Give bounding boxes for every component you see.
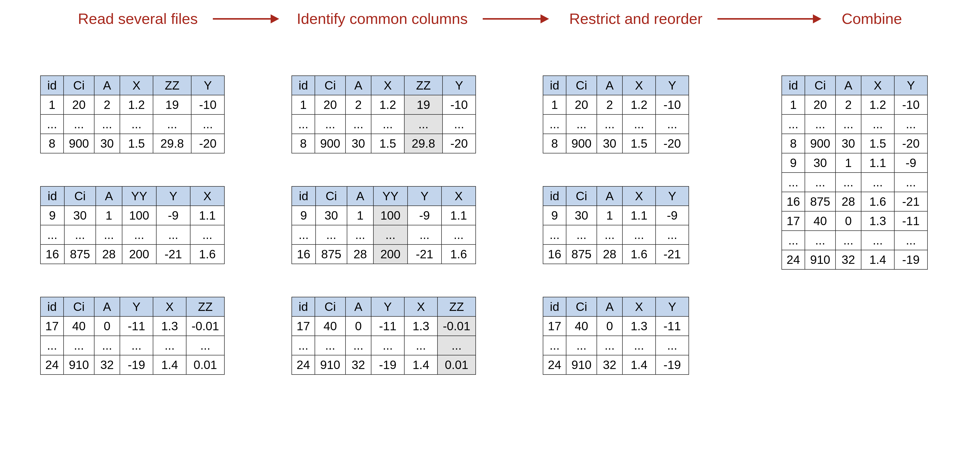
- step-restrict-title: Restrict and reorder: [569, 10, 702, 27]
- table-header-row: id Ci A YY Y X: [40, 187, 224, 206]
- column-restrict: id Ci A X Y 12021.2-10 ............... 8…: [543, 75, 689, 375]
- table-row: 9301100-91.1: [40, 206, 224, 225]
- table-row: ...............: [782, 172, 928, 192]
- table-row: ...............: [782, 231, 928, 250]
- table-row: 12021.2-10: [782, 95, 928, 115]
- table-row: 17400-111.3-0.01: [40, 316, 224, 336]
- read-table-1: id Ci A X ZZ Y 12021.219-10 ............…: [40, 75, 224, 153]
- identify-table-1: id Ci A X ZZ Y 12021.219-10 ............…: [291, 75, 476, 153]
- table-row: 8900301.529.8-20: [292, 134, 476, 153]
- steps-row: Read several files Identify common colum…: [0, 10, 980, 27]
- table-row: 2491032-191.40.01: [292, 355, 476, 375]
- table-header-row: id Ci A YY Y X: [292, 187, 476, 206]
- table-row: 8900301.5-20: [782, 134, 928, 153]
- table-row: ..................: [292, 115, 476, 134]
- table-row: ...............: [543, 115, 689, 134]
- table-row: 17400-111.3-0.01: [292, 316, 476, 336]
- identify-table-3: id Ci A Y X ZZ 17400-111.3-0.01 ........…: [291, 297, 476, 375]
- column-identify: id Ci A X ZZ Y 12021.219-10 ............…: [291, 75, 476, 375]
- read-table-3: id Ci A Y X ZZ 17400-111.3-0.01 ........…: [40, 297, 224, 375]
- arrow-2: [483, 14, 549, 23]
- table-row: 16875281.6-21: [782, 192, 928, 211]
- combine-table: id Ci A X Y 12021.2-10 ............... 8…: [781, 75, 928, 270]
- table-header-row: id Ci A X Y: [543, 76, 689, 95]
- table-row: 1687528200-211.6: [292, 244, 476, 264]
- table-row: ..................: [40, 115, 224, 134]
- diagram-canvas: { "steps": { "read": "Read several files…: [0, 0, 980, 453]
- table-row: 174001.3-11: [782, 211, 928, 231]
- column-combine: id Ci A X Y 12021.2-10 ............... 8…: [781, 75, 928, 270]
- table-row: 8900301.5-20: [543, 134, 689, 153]
- table-row: 8900301.529.8-20: [40, 134, 224, 153]
- restrict-table-1: id Ci A X Y 12021.2-10 ............... 8…: [543, 75, 689, 153]
- table-header-row: id Ci A Y X ZZ: [40, 297, 224, 316]
- arrow-1: [213, 14, 279, 23]
- table-row: 12021.219-10: [292, 95, 476, 115]
- table-header-row: id Ci A X Y: [543, 297, 689, 316]
- table-row: ..................: [292, 336, 476, 355]
- table-header-row: id Ci A X Y: [782, 76, 928, 95]
- table-row: 93011.1-9: [782, 153, 928, 172]
- restrict-table-3: id Ci A X Y 174001.3-11 ............... …: [543, 297, 689, 375]
- identify-table-2: id Ci A YY Y X 9301100-91.1 ............…: [291, 186, 476, 264]
- table-row: 2491032-191.40.01: [40, 355, 224, 375]
- table-row: ...............: [782, 115, 928, 134]
- table-row: ..................: [292, 225, 476, 244]
- column-read: id Ci A X ZZ Y 12021.219-10 ............…: [40, 75, 224, 375]
- table-row: ...............: [543, 225, 689, 244]
- step-identify-title: Identify common columns: [297, 10, 468, 27]
- table-row: ..................: [40, 225, 224, 244]
- table-row: ..................: [40, 336, 224, 355]
- arrow-3: [718, 14, 821, 23]
- table-header-row: id Ci A X ZZ Y: [292, 76, 476, 95]
- read-table-2: id Ci A YY Y X 9301100-91.1 ............…: [40, 186, 224, 264]
- table-row: 93011.1-9: [543, 206, 689, 225]
- table-row: 12021.2-10: [543, 95, 689, 115]
- restrict-table-2: id Ci A X Y 93011.1-9 ............... 16…: [543, 186, 689, 264]
- table-row: 1687528200-211.6: [40, 244, 224, 264]
- table-header-row: id Ci A X Y: [543, 187, 689, 206]
- table-row: 12021.219-10: [40, 95, 224, 115]
- table-header-row: id Ci A X ZZ Y: [40, 76, 224, 95]
- table-row: 24910321.4-19: [782, 250, 928, 270]
- table-row: 174001.3-11: [543, 316, 689, 336]
- step-read-title: Read several files: [78, 10, 198, 27]
- table-row: 24910321.4-19: [543, 355, 689, 375]
- step-combine-title: Combine: [842, 10, 902, 27]
- table-row: ...............: [543, 336, 689, 355]
- table-row: 16875281.6-21: [543, 244, 689, 264]
- table-row: 9301100-91.1: [292, 206, 476, 225]
- table-header-row: id Ci A Y X ZZ: [292, 297, 476, 316]
